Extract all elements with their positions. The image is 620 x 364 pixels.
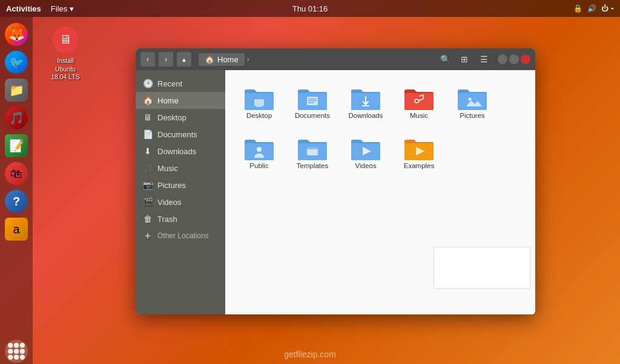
folder-music[interactable]: Music — [395, 80, 443, 125]
dock-item-files[interactable]: 📁 — [4, 77, 29, 103]
videos-icon: 🎬 — [143, 197, 153, 207]
sidebar-label-music: Music — [157, 164, 178, 173]
dock-item-rhythmbox[interactable]: 🎵 — [4, 105, 29, 131]
trash-icon: 🗑 — [143, 214, 153, 224]
folder-public[interactable]: Public — [235, 130, 283, 175]
fm-toolbar-right: 🔍 ⊞ ☰ — [437, 51, 492, 67]
dock-item-thunderbird[interactable]: 🐦 — [4, 50, 29, 75]
forward-button[interactable]: › — [159, 52, 173, 67]
desktop-icon-install-ubuntu[interactable]: 🖥 InstallUbuntu18.04 LTS — [41, 25, 90, 82]
svg-rect-12 — [256, 106, 262, 107]
sidebar-item-recent[interactable]: 🕐 Recent — [136, 75, 225, 92]
sidebar-item-documents[interactable]: 📄 Documents — [136, 126, 225, 143]
svg-text:🖥: 🖥 — [59, 33, 71, 46]
documents-folder-label: Documents — [295, 111, 330, 120]
sidebar-item-home[interactable]: 🏠 Home — [136, 92, 225, 109]
dock-item-firefox[interactable]: 🦊 — [4, 22, 29, 47]
svg-point-2 — [20, 343, 25, 348]
svg-rect-17 — [362, 105, 369, 106]
sidebar-item-desktop[interactable]: 🖥 Desktop — [136, 109, 225, 126]
topbar-clock: Thu 01:16 — [292, 4, 328, 13]
svg-point-19 — [257, 147, 262, 152]
sidebar-item-music[interactable]: 🎵 Music — [136, 160, 225, 177]
breadcrumb: 🏠 Home › — [199, 53, 430, 66]
svg-point-1 — [14, 343, 19, 348]
dock-item-help[interactable]: ? — [4, 189, 29, 214]
sidebar-label-other-locations: Other Locations — [157, 232, 209, 240]
fm-body: 🕐 Recent 🏠 Home 🖥 Desktop 📄 Documents — [136, 70, 535, 314]
breadcrumb-arrow: › — [247, 55, 249, 63]
folder-downloads[interactable]: Downloads — [341, 80, 390, 125]
sidebar-item-other-locations[interactable]: + Other Locations — [136, 227, 225, 244]
svg-rect-16 — [308, 102, 314, 103]
folder-examples[interactable]: Examples — [395, 130, 443, 175]
sidebar-label-recent: Recent — [157, 79, 182, 88]
sidebar-item-downloads[interactable]: ⬇ Downloads — [136, 143, 225, 160]
fm-titlebar: ‹ › ▲ 🏠 Home › 🔍 ⊞ ☰ — [136, 48, 535, 70]
desktop: 🦊 🐦 📁 🎵 📝 🛍 ? a — [0, 17, 620, 364]
examples-folder-label: Examples — [404, 161, 435, 171]
public-folder-label: Public — [249, 161, 268, 171]
dock-item-amazon[interactable]: a — [4, 216, 29, 242]
dock-item-show-apps[interactable] — [4, 339, 29, 364]
dock-item-ubuntu-software[interactable]: 🛍 — [4, 161, 29, 186]
recent-icon: 🕐 — [143, 79, 153, 88]
desktop-folder-icon — [243, 85, 275, 111]
back-button[interactable]: ‹ — [140, 52, 155, 67]
topbar: Activities Files ▾ Thu 01:16 🔒 🔊 ⏻ ▾ — [0, 0, 620, 17]
window-controls — [498, 54, 530, 64]
sidebar-label-trash: Trash — [157, 215, 177, 224]
parent-button[interactable]: ▲ — [177, 52, 191, 67]
maximize-button[interactable] — [509, 54, 519, 64]
fm-main: Desktop Docume — [225, 70, 535, 314]
downloads-folder-label: Downloads — [349, 111, 383, 120]
dock-item-libreoffice[interactable]: 📝 — [4, 133, 29, 158]
view-options-button[interactable]: ⊞ — [457, 51, 472, 67]
desktop-icon: 🖥 — [143, 112, 153, 122]
ubuntu-install-icon: 🖥 — [51, 25, 80, 54]
downloads-icon: ⬇ — [143, 146, 153, 156]
folder-templates[interactable]: Templates — [288, 130, 337, 175]
svg-point-7 — [14, 355, 19, 360]
svg-point-6 — [8, 355, 13, 360]
power-icon[interactable]: ⏻ ▾ — [601, 4, 614, 13]
videos-folder-label: Videos — [355, 161, 377, 171]
search-button[interactable]: 🔍 — [437, 51, 453, 67]
network-icon: 🔒 — [573, 4, 582, 13]
desktop-icon-label: InstallUbuntu18.04 LTS — [51, 57, 80, 82]
grid-icon — [5, 340, 27, 362]
minimize-button[interactable] — [498, 54, 507, 64]
svg-rect-21 — [307, 147, 318, 149]
svg-rect-15 — [308, 100, 317, 102]
music-icon: 🎵 — [143, 163, 153, 173]
folder-desktop[interactable]: Desktop — [235, 80, 283, 125]
home-breadcrumb-button[interactable]: 🏠 Home — [199, 53, 245, 66]
files-label: Files — [51, 4, 67, 13]
svg-rect-11 — [254, 99, 264, 106]
sidebar-item-trash[interactable]: 🗑 Trash — [136, 210, 225, 227]
svg-point-4 — [14, 349, 19, 354]
public-folder-icon — [243, 135, 275, 161]
documents-folder-icon — [297, 85, 328, 111]
documents-icon: 📄 — [143, 129, 153, 139]
topbar-system-icons: 🔒 🔊 ⏻ ▾ — [573, 4, 614, 13]
activities-button[interactable]: Activities — [6, 4, 41, 13]
templates-folder-icon — [297, 135, 328, 161]
svg-point-3 — [8, 349, 13, 354]
folder-videos[interactable]: Videos — [341, 130, 390, 175]
templates-folder-label: Templates — [297, 161, 328, 171]
add-icon: + — [143, 231, 153, 241]
svg-point-8 — [20, 355, 25, 360]
volume-icon: 🔊 — [587, 4, 596, 13]
menu-button[interactable]: ☰ — [476, 51, 492, 67]
close-button[interactable] — [521, 54, 530, 64]
sidebar-item-pictures[interactable]: 📷 Pictures — [136, 177, 225, 193]
desktop-content: 🖥 InstallUbuntu18.04 LTS ‹ › ▲ 🏠 Home › — [33, 17, 620, 364]
folder-pictures[interactable]: Pictures — [448, 80, 496, 125]
files-menu[interactable]: Files ▾ — [51, 4, 74, 13]
svg-point-0 — [8, 343, 13, 348]
sidebar-item-videos[interactable]: 🎬 Videos — [136, 193, 225, 210]
folder-documents[interactable]: Documents — [288, 80, 337, 125]
videos-folder-icon — [350, 135, 381, 161]
sidebar-label-desktop: Desktop — [157, 113, 186, 122]
